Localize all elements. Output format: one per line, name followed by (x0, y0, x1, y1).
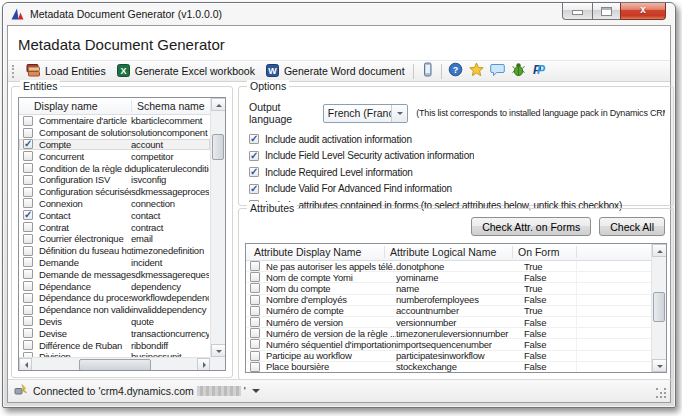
entity-checkbox[interactable] (23, 116, 33, 126)
entity-row[interactable]: Configuration sécurisée de... sdkmessage… (19, 186, 210, 198)
entity-checkbox[interactable] (23, 187, 33, 197)
resize-grip-icon[interactable] (656, 388, 667, 399)
entity-checkbox[interactable] (23, 269, 33, 279)
attribute-row[interactable]: Place boursière stockexchange False (246, 362, 651, 373)
check-all-button[interactable]: Check All (599, 217, 665, 236)
entity-row[interactable]: Dépendance du processus workflowdependen… (19, 292, 210, 304)
attribute-row[interactable]: Numéro séquentiel d'importation importse… (246, 339, 651, 350)
entity-checkbox[interactable] (23, 222, 33, 232)
column-header-on-form[interactable]: On Form (518, 246, 559, 258)
attribute-row[interactable]: Participe au workflow participatesinwork… (246, 351, 651, 362)
attribute-row[interactable]: Ne pas autoriser les appels télé... dono… (246, 261, 651, 272)
chevron-down-icon[interactable] (391, 105, 407, 122)
column-header-attribute-logical-name[interactable]: Attribute Logical Name (390, 246, 496, 258)
attribute-checkbox[interactable] (250, 283, 260, 293)
entity-checkbox[interactable] (23, 328, 33, 338)
entity-checkbox[interactable] (23, 316, 33, 326)
entity-row[interactable]: Compte account (19, 139, 210, 151)
entity-row[interactable]: Contact contact (19, 209, 210, 221)
minimize-button[interactable] (562, 3, 593, 20)
entity-row[interactable]: Condition de la règle de dé... duplicate… (19, 162, 210, 174)
maximize-button[interactable] (593, 3, 620, 20)
attribute-checkbox[interactable] (250, 261, 260, 271)
scrollbar-thumb[interactable] (653, 292, 665, 322)
entity-row[interactable]: Dépendance non valide invaliddependency (19, 304, 210, 316)
entity-checkbox[interactable] (23, 151, 33, 161)
column-header-display-name[interactable]: Display name (34, 100, 98, 112)
attribute-checkbox[interactable] (250, 328, 260, 338)
phone-button[interactable] (417, 61, 438, 81)
entity-row[interactable]: Différence de Ruban ribbondiff (19, 339, 210, 351)
help-button[interactable]: ? (445, 61, 466, 81)
entity-row[interactable]: Configuration ISV isvconfig (19, 174, 210, 186)
attribute-checkbox[interactable] (250, 272, 260, 282)
column-separator[interactable] (131, 100, 132, 112)
option-checkbox[interactable] (249, 184, 259, 194)
attribute-checkbox[interactable] (250, 317, 260, 327)
entity-row[interactable]: Contrat contract (19, 221, 210, 233)
scrollbar-thumb[interactable] (212, 134, 224, 160)
entity-row[interactable]: Commentaire d'article kbarticlecomment (19, 115, 210, 127)
entities-vertical-scrollbar[interactable] (210, 98, 225, 357)
entity-row[interactable]: Connexion connection (19, 198, 210, 210)
column-separator[interactable] (384, 246, 385, 258)
option-checkbox[interactable] (249, 134, 259, 144)
titlebar[interactable]: Metadata Document Generator (v1.0.0.0) x (3, 3, 675, 25)
column-separator[interactable] (576, 246, 577, 258)
entity-checkbox[interactable] (23, 281, 33, 291)
entity-row[interactable]: Définition du fuseau horaire timezonedef… (19, 245, 210, 257)
attribute-row[interactable]: Numéro de version versionnumber False (246, 317, 651, 328)
column-header-attribute-display-name[interactable]: Attribute Display Name (254, 246, 361, 258)
scroll-down-button[interactable] (211, 344, 226, 357)
check-attr-on-forms-button[interactable]: Check Attr. on Forms (471, 217, 591, 236)
option-checkbox-row[interactable]: Include audit activation information (249, 131, 667, 148)
attribute-checkbox[interactable] (250, 295, 260, 305)
attribute-checkbox[interactable] (250, 362, 260, 372)
attribute-row[interactable]: Numéro de compte accountnumber True (246, 306, 651, 317)
entity-checkbox[interactable] (23, 175, 33, 185)
scroll-down-button[interactable] (652, 359, 667, 372)
attribute-row[interactable]: Numéro de version de la règle ... timezo… (246, 328, 651, 339)
scroll-right-button[interactable] (197, 358, 210, 371)
entity-row[interactable]: Composant de solution solutioncomponent (19, 127, 210, 139)
attribute-checkbox[interactable] (250, 306, 260, 316)
entity-row[interactable]: Dépendance dependency (19, 280, 210, 292)
attribute-row[interactable]: Nom de compte Yomi yominame False (246, 272, 651, 283)
option-checkbox[interactable] (249, 167, 259, 177)
entity-row[interactable]: Concurrent competitor (19, 150, 210, 162)
entity-checkbox[interactable] (23, 293, 33, 303)
column-separator[interactable] (512, 246, 513, 258)
close-button[interactable]: x (620, 3, 666, 20)
entity-checkbox[interactable] (23, 163, 33, 173)
attributes-vertical-scrollbar[interactable] (651, 244, 666, 372)
scroll-left-button[interactable] (19, 358, 32, 371)
bug-button[interactable] (508, 61, 529, 81)
option-checkbox-row[interactable]: Include Required Level information (249, 164, 667, 181)
scrollbar-thumb[interactable] (79, 359, 151, 371)
option-checkbox-row[interactable]: Include Field Level Security activation … (249, 148, 667, 165)
option-checkbox[interactable] (249, 151, 259, 161)
chat-button[interactable] (487, 61, 508, 81)
entity-checkbox[interactable] (23, 234, 33, 244)
connection-dropdown-caret[interactable] (252, 389, 260, 397)
option-checkbox-row[interactable]: Include Valid For Advanced Find informat… (249, 181, 667, 198)
generate-word-button[interactable]: W Generate Word document (260, 62, 410, 81)
paypal-button[interactable]: P P (529, 61, 550, 81)
entity-row[interactable]: Courrier électronique email (19, 233, 210, 245)
scroll-up-button[interactable] (652, 244, 667, 257)
entity-checkbox[interactable] (23, 257, 33, 267)
attribute-row[interactable]: Nom du compte name True (246, 283, 651, 294)
entity-row[interactable]: Devis quote (19, 316, 210, 328)
attribute-checkbox[interactable] (250, 339, 260, 349)
output-language-select[interactable]: French (France) (323, 104, 409, 123)
star-button[interactable] (466, 61, 487, 81)
column-header-schema-name[interactable]: Schema name (137, 100, 205, 112)
entity-checkbox[interactable] (23, 340, 33, 350)
entity-row[interactable]: Demande de message Sdk sdkmessagerequest (19, 268, 210, 280)
load-entities-button[interactable]: Load Entities (21, 62, 111, 81)
entity-checkbox[interactable] (23, 305, 33, 315)
entity-checkbox[interactable] (23, 198, 33, 208)
scroll-up-button[interactable] (211, 98, 226, 111)
toolbar-grip[interactable] (12, 65, 17, 78)
entity-checkbox[interactable] (23, 246, 33, 256)
